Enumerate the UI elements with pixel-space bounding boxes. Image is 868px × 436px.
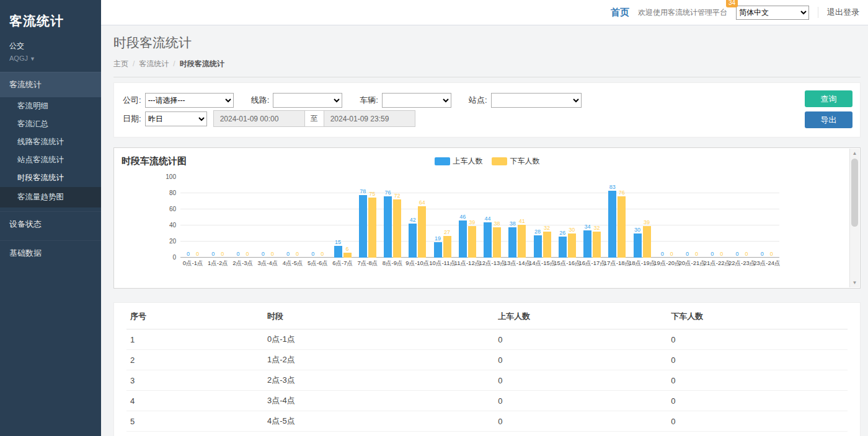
date-start-input[interactable] bbox=[213, 110, 305, 127]
scroll-up-arrow-icon[interactable]: ▲ bbox=[850, 150, 859, 156]
station-select[interactable] bbox=[491, 93, 582, 108]
app-root: 客流统计 公交 AQGJ▼ 客流统计客流明细客流汇总线路客流统计站点客流统计时段… bbox=[0, 0, 868, 436]
bar bbox=[508, 227, 516, 258]
bar bbox=[583, 230, 591, 258]
company-select[interactable]: ---请选择--- bbox=[145, 93, 234, 108]
bar-group: 0022点-23点 bbox=[730, 177, 755, 269]
y-tick-label: 100 bbox=[166, 174, 176, 180]
sidebar-section[interactable]: 设备状态 bbox=[0, 211, 101, 237]
bar-value-label: 0 bbox=[661, 251, 664, 258]
x-tick-label: 14点-15点 bbox=[529, 258, 556, 269]
bar-group: 76728点-9点 bbox=[380, 177, 405, 269]
table-cell: 0 bbox=[494, 432, 667, 436]
language-wrap: 34 简体中文 bbox=[736, 6, 809, 20]
table-cell: 0 bbox=[494, 350, 667, 370]
scrollbar-thumb[interactable] bbox=[851, 159, 858, 227]
bar-value-label: 75 bbox=[369, 191, 375, 198]
bar-value-label: 0 bbox=[262, 251, 265, 258]
topbar: 首页 欢迎使用客流统计管理平台 34 简体中文 退出登录 bbox=[101, 0, 868, 25]
table-row: 43点-4点00 bbox=[126, 391, 848, 411]
bar-value-label: 15 bbox=[335, 239, 341, 246]
table-cell: 0 bbox=[667, 411, 848, 432]
x-tick-label: 11点-12点 bbox=[454, 258, 481, 269]
scroll-down-arrow-icon[interactable]: ▼ bbox=[850, 280, 859, 286]
bar-value-label: 0 bbox=[670, 251, 673, 258]
bar bbox=[409, 224, 417, 258]
x-tick-label: 10点-11点 bbox=[429, 258, 456, 269]
line-select[interactable] bbox=[273, 93, 342, 108]
export-button[interactable]: 导出 bbox=[805, 111, 852, 128]
org-code: AQGJ bbox=[9, 54, 28, 62]
org-selector[interactable]: AQGJ▼ bbox=[9, 54, 92, 62]
chart-y-axis: 020406080100 bbox=[156, 177, 180, 269]
org-block: 公交 AQGJ▼ bbox=[0, 40, 101, 72]
bar-value-label: 0 bbox=[221, 251, 224, 258]
column-header: 序号 bbox=[126, 304, 264, 329]
sidebar-item[interactable]: 客流明细 bbox=[0, 97, 101, 115]
filter-actions: 查询 导出 bbox=[805, 90, 852, 128]
bar-value-label: 76 bbox=[385, 190, 391, 196]
legend-item[interactable]: 下车人数 bbox=[492, 156, 540, 167]
bar-value-label: 76 bbox=[619, 190, 625, 196]
table-cell: 0点-1点 bbox=[264, 329, 494, 350]
breadcrumb-section[interactable]: 客流统计 bbox=[139, 59, 169, 68]
bar-value-label: 34 bbox=[585, 224, 591, 230]
filter-row-2: 日期: 昨日 至 bbox=[123, 110, 798, 127]
table-cell: 1 bbox=[126, 329, 264, 350]
bar-value-label: 0 bbox=[770, 251, 773, 258]
sidebar-section[interactable]: 客流统计 bbox=[0, 72, 101, 97]
bar-value-label: 28 bbox=[534, 229, 541, 235]
app-title: 客流统计 bbox=[0, 0, 101, 40]
language-select[interactable]: 简体中文 bbox=[736, 6, 809, 20]
bar-value-label: 0 bbox=[296, 251, 299, 258]
table-cell: 2 bbox=[126, 350, 264, 370]
sidebar-item[interactable]: 时段客流统计 bbox=[0, 169, 101, 187]
bar bbox=[634, 233, 642, 258]
bar-group: 263015点-16点 bbox=[555, 177, 580, 269]
vehicle-label: 车辆: bbox=[360, 95, 378, 106]
bar-group: 384113点-14点 bbox=[505, 177, 529, 269]
x-tick-label: 9点-10点 bbox=[405, 258, 429, 269]
legend-item[interactable]: 上车人数 bbox=[435, 156, 483, 167]
bar-value-label: 0 bbox=[211, 251, 215, 258]
bar-value-label: 0 bbox=[711, 251, 714, 258]
y-tick-label: 80 bbox=[169, 190, 176, 196]
chart-bars: 000点-1点001点-2点002点-3点003点-4点004点-5点005点-… bbox=[180, 177, 779, 269]
home-link[interactable]: 首页 bbox=[611, 7, 629, 19]
date-preset-select[interactable]: 昨日 bbox=[145, 111, 207, 126]
sidebar-item[interactable]: 客流汇总 bbox=[0, 115, 101, 133]
column-header: 上车人数 bbox=[494, 304, 667, 329]
sidebar-section[interactable]: 基础数据 bbox=[0, 240, 101, 266]
vehicle-select[interactable] bbox=[382, 93, 451, 108]
bar bbox=[334, 246, 342, 258]
bar-group: 837617点-18点 bbox=[604, 177, 629, 269]
date-end-input[interactable] bbox=[324, 110, 415, 127]
sidebar-item[interactable]: 站点客流统计 bbox=[0, 151, 101, 169]
breadcrumb-home[interactable]: 主页 bbox=[113, 59, 128, 68]
sidebar-menu: 客流统计客流明细客流汇总线路客流统计站点客流统计时段客流统计客流量趋势图设备状态… bbox=[0, 72, 101, 266]
bar-group: 000点-1点 bbox=[180, 177, 205, 269]
bar-value-label: 6 bbox=[346, 246, 349, 253]
table-cell: 3点-4点 bbox=[264, 391, 494, 411]
logout-link[interactable]: 退出登录 bbox=[818, 7, 859, 18]
bar-value-label: 0 bbox=[196, 251, 199, 258]
table-cell: 1点-2点 bbox=[264, 350, 494, 370]
x-tick-label: 21点-22点 bbox=[704, 258, 730, 269]
bar bbox=[434, 242, 442, 258]
chart-legend: 上车人数下车人数 bbox=[435, 156, 540, 167]
bar-value-label: 78 bbox=[360, 188, 366, 195]
org-name: 公交 bbox=[9, 41, 92, 51]
query-button[interactable]: 查询 bbox=[805, 90, 852, 107]
bar bbox=[368, 198, 376, 258]
x-tick-label: 7点-8点 bbox=[358, 258, 378, 269]
chart-scrollbar[interactable]: ▲ ▼ bbox=[849, 149, 859, 287]
sidebar-item[interactable]: 线路客流统计 bbox=[0, 133, 101, 151]
bar-group: 443812点-13点 bbox=[480, 177, 505, 269]
date-to-label: 至 bbox=[305, 110, 324, 127]
x-tick-label: 20点-21点 bbox=[678, 258, 705, 269]
company-label: 公司: bbox=[123, 95, 141, 106]
station-label: 站点: bbox=[469, 95, 487, 106]
sidebar-item[interactable]: 客流量趋势图 bbox=[0, 187, 101, 207]
column-header: 下车人数 bbox=[667, 304, 848, 329]
x-tick-label: 17点-18点 bbox=[604, 258, 631, 269]
